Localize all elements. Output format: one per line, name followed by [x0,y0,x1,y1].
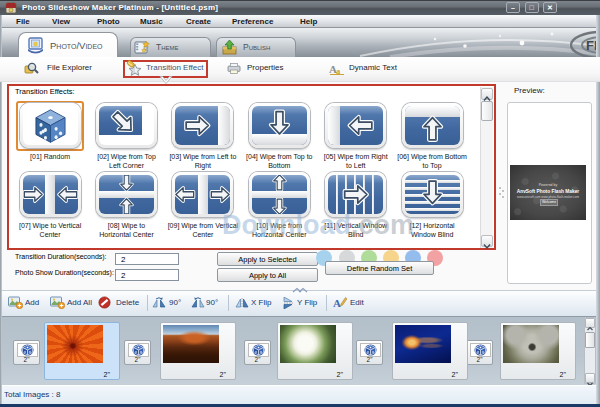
svg-text:A: A [333,297,341,309]
svg-text:a: a [336,66,341,75]
